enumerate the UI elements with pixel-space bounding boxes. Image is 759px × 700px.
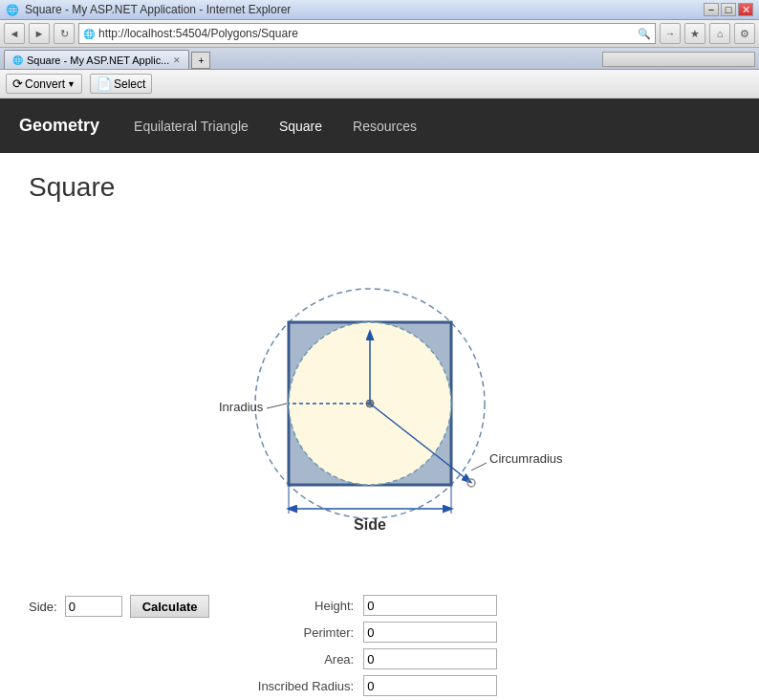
height-input[interactable]	[363, 595, 497, 616]
perimeter-input[interactable]	[363, 622, 497, 643]
address-icon: 🌐	[83, 29, 95, 39]
browser-titlebar: 🌐 Square - My ASP.NET Application - Inte…	[0, 0, 759, 20]
diagram-svg: Side Inradius Circumradius	[179, 222, 580, 566]
convert-label: Convert	[25, 77, 65, 91]
browser-toolbar: ◄ ► ↻ 🌐 http://localhost:54504/Polygons/…	[0, 20, 759, 48]
nav-link-square[interactable]: Square	[264, 99, 337, 153]
browser-tab[interactable]: 🌐 Square - My ASP.NET Applic... ✕	[4, 50, 189, 69]
tab-bar: 🌐 Square - My ASP.NET Applic... ✕ +	[0, 48, 759, 70]
nav-bar: Geometry Equilateral Triangle Square Res…	[0, 98, 759, 153]
tab-close-button[interactable]: ✕	[173, 55, 181, 65]
tab-label: Square - My ASP.NET Applic...	[27, 55, 169, 66]
svg-text:Inradius: Inradius	[219, 400, 264, 414]
svg-text:Side: Side	[354, 516, 386, 533]
new-tab-button[interactable]: +	[191, 52, 210, 69]
right-form: Height: Perimter: Area: Inscribed Radius…	[228, 595, 497, 700]
left-form: Side: Calculate	[29, 595, 209, 618]
select-icon: 📄	[97, 77, 112, 91]
browser-title: Square - My ASP.NET Application - Intern…	[25, 3, 698, 16]
address-search-icon: 🔍	[638, 28, 651, 40]
svg-line-15	[471, 463, 487, 470]
svg-line-13	[267, 404, 287, 408]
minimize-button[interactable]: −	[704, 3, 719, 16]
side-input[interactable]	[65, 596, 122, 617]
nav-link-equilateral-triangle[interactable]: Equilateral Triangle	[119, 99, 264, 153]
forward-button[interactable]: ►	[29, 23, 50, 44]
back-button[interactable]: ◄	[4, 23, 25, 44]
convert-icon: ⟳	[12, 77, 23, 91]
inscribed-label: Inscribed Radius:	[228, 679, 354, 693]
select-button[interactable]: 📄 Select	[90, 74, 152, 94]
maximize-button[interactable]: □	[721, 3, 736, 16]
svg-text:Circumradius: Circumradius	[489, 451, 563, 466]
tab-controls	[602, 52, 755, 69]
area-label: Area:	[228, 652, 354, 667]
perimeter-label: Perimter:	[228, 625, 354, 640]
select-label: Select	[114, 77, 145, 91]
nav-brand: Geometry	[19, 98, 119, 153]
inscribed-input[interactable]	[363, 675, 497, 696]
tab-favicon: 🌐	[12, 55, 23, 65]
close-button[interactable]: ✕	[738, 3, 753, 16]
address-text: http://localhost:54504/Polygons/Square	[98, 27, 638, 40]
area-input[interactable]	[363, 648, 497, 669]
refresh-button[interactable]: ↻	[54, 23, 75, 44]
app-toolbar: ⟳ Convert ▼ 📄 Select	[0, 70, 759, 98]
calculate-button[interactable]: Calculate	[130, 595, 210, 618]
tab-placeholder	[602, 52, 755, 67]
side-label: Side:	[29, 600, 57, 614]
go-button[interactable]: →	[660, 23, 681, 44]
browser-icon: 🌐	[6, 4, 19, 16]
height-label: Height:	[228, 599, 354, 613]
favorites-star[interactable]: ★	[684, 23, 705, 44]
main-content: Square	[0, 153, 759, 700]
convert-button[interactable]: ⟳ Convert ▼	[6, 74, 82, 94]
convert-dropdown-icon: ▼	[67, 79, 76, 89]
form-area: Side: Calculate Height: Perimter: Area: …	[29, 585, 730, 700]
window-controls[interactable]: − □ ✕	[704, 3, 753, 16]
address-bar[interactable]: 🌐 http://localhost:54504/Polygons/Square…	[78, 23, 656, 44]
settings-button[interactable]: ⚙	[734, 23, 755, 44]
nav-link-resources[interactable]: Resources	[337, 99, 432, 153]
diagram-container: Side Inradius Circumradius	[29, 222, 730, 566]
page-title: Square	[29, 172, 730, 203]
svg-point-6	[467, 479, 475, 487]
home-button[interactable]: ⌂	[709, 23, 730, 44]
